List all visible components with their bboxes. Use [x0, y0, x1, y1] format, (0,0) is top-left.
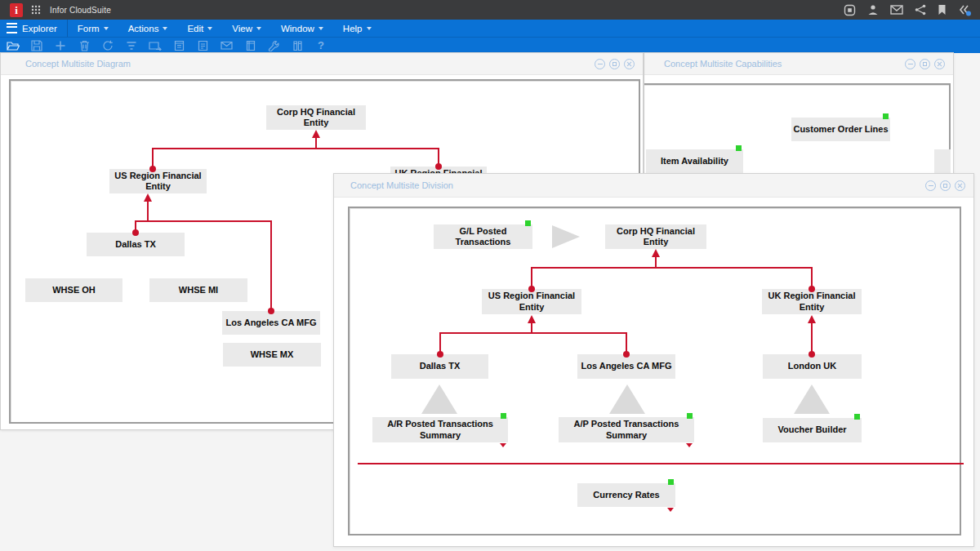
node-customer-order-lines[interactable]: Customer Order Lines: [791, 118, 890, 141]
chevron-down-icon: [104, 27, 109, 30]
share-icon[interactable]: [915, 4, 926, 16]
search-library-icon[interactable]: [291, 39, 304, 52]
restore-icon[interactable]: [940, 180, 951, 191]
flow-arrow-up: [421, 384, 457, 414]
hamburger-icon: [7, 23, 17, 33]
flow-arrow-right: [552, 225, 580, 248]
status-green-marker: [501, 413, 506, 419]
menu-window[interactable]: Window: [271, 20, 333, 37]
node-clipped[interactable]: [934, 149, 951, 173]
open-folder-icon[interactable]: [7, 39, 20, 52]
node-uk-region[interactable]: UK Region Financial Entity: [762, 289, 862, 314]
menu-form[interactable]: Form: [68, 20, 118, 37]
node-dallas[interactable]: Dallas TX: [391, 354, 488, 379]
node-ap-summary[interactable]: A/P Posted Transactions Summary: [559, 417, 694, 442]
node-gl-posted[interactable]: G/L Posted Transactions: [434, 224, 532, 249]
window-title: Concept Multisite Capabilities: [644, 59, 782, 69]
app-grid-icon[interactable]: [31, 5, 41, 15]
status-green-marker: [883, 113, 889, 119]
collapse-panel-icon[interactable]: [958, 4, 972, 16]
filter-icon[interactable]: [125, 39, 138, 52]
window-title: Concept Multisite Division: [334, 180, 453, 190]
node-us-region[interactable]: US Region Financial Entity: [109, 169, 207, 193]
division-title-bar[interactable]: Concept Multisite Division: [334, 174, 973, 198]
chevron-down-icon: [256, 27, 261, 30]
status-green-marker: [736, 145, 742, 151]
status-green-marker: [668, 479, 674, 485]
mail-icon[interactable]: [890, 5, 903, 15]
node-corp-hq[interactable]: Corp HQ Financial Entity: [605, 224, 706, 249]
status-green-marker: [854, 414, 860, 420]
node-dallas[interactable]: Dallas TX: [87, 233, 185, 256]
minimize-icon[interactable]: [595, 59, 605, 69]
status-green-marker: [687, 413, 693, 419]
help-icon[interactable]: ?: [314, 39, 327, 52]
user-icon[interactable]: [867, 4, 879, 16]
status-red-marker: [667, 508, 674, 512]
window-title: Concept Multisite Diagram: [1, 59, 131, 69]
node-us-region[interactable]: US Region Financial Entity: [482, 289, 581, 314]
menu-bar: Explorer Form Actions Edit View Window H…: [0, 20, 980, 37]
status-red-marker: [500, 443, 506, 447]
node-whse-mx[interactable]: WHSE MX: [223, 343, 321, 367]
explorer-menu[interactable]: Explorer: [0, 20, 68, 37]
bookmark-icon[interactable]: [938, 4, 947, 16]
close-icon[interactable]: [934, 59, 945, 69]
flow-arrow-up: [609, 384, 645, 414]
minimize-icon[interactable]: [905, 59, 915, 69]
menu-help[interactable]: Help: [333, 20, 381, 37]
node-los-angeles[interactable]: Los Angeles CA MFG: [577, 354, 675, 379]
chevron-down-icon: [367, 27, 372, 30]
node-whse-oh[interactable]: WHSE OH: [25, 278, 122, 302]
menu-actions[interactable]: Actions: [118, 20, 178, 37]
app-switch-icon[interactable]: [844, 4, 856, 16]
open-window-icon[interactable]: [149, 39, 162, 52]
close-icon[interactable]: [624, 59, 635, 69]
node-voucher-builder[interactable]: Voucher Builder: [763, 418, 862, 442]
journal-icon[interactable]: [243, 39, 256, 52]
restore-icon[interactable]: [609, 59, 620, 69]
tools-icon[interactable]: [267, 39, 280, 52]
node-los-angeles[interactable]: Los Angeles CA MFG: [222, 311, 320, 335]
document-icon[interactable]: [196, 39, 209, 52]
delete-icon[interactable]: [78, 39, 91, 52]
node-currency-rates[interactable]: Currency Rates: [577, 483, 675, 507]
node-ar-summary[interactable]: A/R Posted Transactions Summary: [372, 417, 508, 442]
status-red-marker: [686, 443, 693, 447]
window-division: Concept Multisite Division G/L Posted Tr…: [333, 173, 974, 547]
minimize-icon[interactable]: [925, 180, 936, 191]
node-whse-mi[interactable]: WHSE MI: [149, 278, 247, 302]
chevron-down-icon: [207, 27, 212, 30]
refresh-icon[interactable]: [101, 39, 114, 52]
top-bar: i Infor CloudSuite: [0, 0, 980, 20]
flow-arrow-up: [794, 384, 830, 414]
tool-bar: ?: [0, 37, 980, 53]
node-london[interactable]: London UK: [763, 354, 862, 379]
app-title: Infor CloudSuite: [50, 6, 111, 15]
explorer-label: Explorer: [22, 24, 57, 33]
node-item-availability[interactable]: Item Availability: [646, 149, 743, 173]
add-icon[interactable]: [54, 39, 67, 52]
infor-logo-icon[interactable]: i: [10, 3, 23, 17]
copy-icon[interactable]: [172, 39, 185, 52]
menu-view[interactable]: View: [222, 20, 271, 37]
capabilities-title-bar[interactable]: Concept Multisite Capabilities: [644, 53, 953, 75]
chevron-down-icon: [318, 27, 323, 30]
close-icon[interactable]: [955, 180, 965, 191]
menu-edit[interactable]: Edit: [177, 20, 222, 37]
save-icon[interactable]: [30, 39, 43, 52]
diagram-title-bar[interactable]: Concept Multisite Diagram: [1, 53, 643, 75]
mail-icon[interactable]: [220, 39, 233, 52]
status-green-marker: [525, 220, 531, 226]
chevron-down-icon: [163, 27, 167, 30]
node-corp-hq[interactable]: Corp HQ Financial Entity: [266, 105, 366, 130]
restore-icon[interactable]: [920, 59, 930, 69]
